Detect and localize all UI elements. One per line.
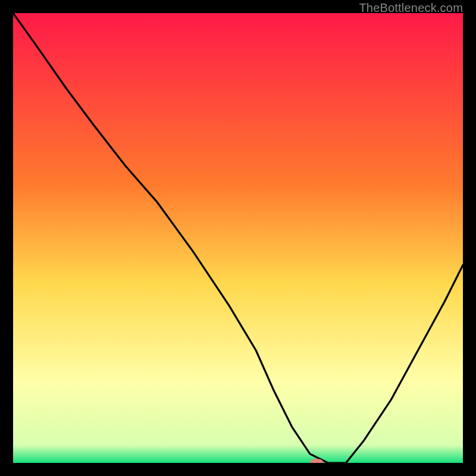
chart-svg	[13, 13, 463, 463]
bottleneck-chart	[13, 13, 463, 463]
chart-background	[13, 13, 463, 463]
